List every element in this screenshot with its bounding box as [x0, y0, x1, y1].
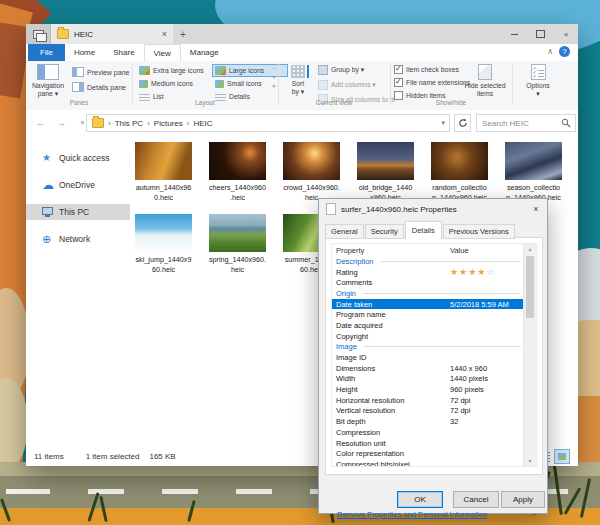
property-name: Resolution unit	[336, 439, 450, 448]
property-row[interactable]: Date acquired	[332, 320, 525, 331]
minimize-button[interactable]	[502, 24, 526, 44]
thumbnail-view-toggle-icon[interactable]	[554, 449, 570, 464]
breadcrumb-segment[interactable]: HEIC	[193, 119, 212, 128]
navigation-pane-button[interactable]: Navigation pane ▾	[30, 64, 66, 97]
layout-option[interactable]: Extra large icons	[136, 64, 212, 77]
search-input[interactable]	[477, 119, 561, 128]
property-row[interactable]: Height960 pixels	[332, 384, 525, 395]
property-row[interactable]: Compressed bits/pixel	[332, 459, 525, 466]
sidebar-item[interactable]: Quick access	[26, 150, 130, 166]
help-icon[interactable]: ?	[559, 46, 570, 57]
property-row[interactable]: Image	[332, 342, 525, 353]
collapse-ribbon-icon[interactable]: ∧	[547, 47, 553, 56]
ribbon-tab-label: Share	[113, 48, 134, 57]
show-hide-checkbox[interactable]: Item check boxes	[394, 65, 470, 74]
details-pane-button[interactable]: Details pane	[72, 82, 126, 92]
close-button[interactable]: ×	[554, 24, 578, 44]
property-row[interactable]: Dimensions1440 x 960	[332, 363, 525, 374]
property-name: Horizontal resolution	[336, 396, 450, 405]
scroll-down-icon[interactable]: ▾	[524, 456, 536, 466]
sort-by-button[interactable]: Sort by ▾	[282, 65, 314, 95]
preview-pane-button[interactable]: Preview pane	[72, 67, 129, 77]
layout-option[interactable]: Medium icons	[136, 77, 212, 90]
property-row[interactable]: Color representation	[332, 448, 525, 459]
dialog-close-icon[interactable]: ×	[525, 204, 547, 214]
address-dropdown-icon[interactable]: ▾	[441, 119, 445, 127]
ribbon-tab[interactable]: View	[144, 44, 181, 61]
property-list-scrollbar[interactable]: ▴ ▾	[523, 244, 536, 466]
dialog-button[interactable]: Cancel	[453, 491, 499, 508]
property-name: Date acquired	[336, 321, 450, 330]
explorer-tab[interactable]: HEIC ×	[51, 24, 173, 44]
file-item[interactable]: season_collection_1440x960.heic	[505, 142, 562, 200]
column-icon	[318, 80, 328, 90]
dialog-button[interactable]: Apply	[501, 491, 545, 508]
maximize-button[interactable]	[528, 24, 552, 44]
back-button[interactable]: ←	[34, 118, 47, 128]
sidebar-item-label: This PC	[59, 207, 89, 217]
hide-selected-items-icon	[478, 64, 492, 80]
property-row[interactable]: Comments	[332, 277, 525, 288]
property-row[interactable]: Resolution unit	[332, 438, 525, 449]
tab-close-icon[interactable]: ×	[162, 30, 167, 39]
sidebar-item[interactable]: This PC	[26, 204, 130, 220]
property-name: Bit depth	[336, 417, 450, 426]
property-name: Vertical resolution	[336, 406, 450, 415]
ribbon-tab[interactable]: File	[28, 44, 65, 61]
file-item[interactable]: old_bridge_1440x960.heic	[357, 142, 414, 200]
show-hide-checkbox[interactable]: File name extensions	[394, 78, 470, 87]
file-item[interactable]: crowd_1440x960.heic	[283, 142, 340, 200]
task-view-button[interactable]	[26, 24, 51, 44]
property-row[interactable]: Vertical resolution72 dpi	[332, 406, 525, 417]
property-row[interactable]: Image ID	[332, 352, 525, 363]
dialog-tab[interactable]: Security	[365, 224, 404, 239]
file-item[interactable]: random_collection_1440x960.heic	[431, 142, 488, 200]
ribbon-tab-label: Home	[74, 48, 95, 57]
file-item[interactable]: ski_jump_1440x960.heic	[135, 214, 192, 272]
file-thumbnail	[505, 142, 562, 180]
scroll-up-icon[interactable]: ▴	[524, 244, 536, 254]
file-item[interactable]: autumn_1440x960.heic	[135, 142, 192, 200]
file-name: autumn_1440x960.heic	[128, 183, 199, 202]
breadcrumb-segment[interactable]: This PC	[115, 119, 143, 128]
rating-stars-filled: ★★★★	[450, 267, 486, 277]
property-name: Compressed bits/pixel	[336, 460, 450, 466]
dialog-tab[interactable]: Details	[405, 221, 442, 240]
dialog-tab[interactable]: Previous Versions	[443, 224, 515, 239]
sidebar-item[interactable]: OneDrive	[26, 177, 130, 193]
sidebar-item-icon	[42, 206, 54, 218]
new-tab-button[interactable]: +	[173, 29, 193, 40]
ribbon-tab[interactable]: Manage	[181, 44, 228, 61]
options-button[interactable]: Options ▾	[516, 64, 560, 97]
dialog-button[interactable]: OK	[397, 491, 443, 508]
search-box[interactable]	[476, 114, 576, 132]
forward-button[interactable]: →	[55, 118, 68, 128]
property-row[interactable]: Bit depth32	[332, 416, 525, 427]
ribbon-tab[interactable]: Home	[65, 44, 104, 61]
remove-properties-link[interactable]: Remove Properties and Personal Informati…	[337, 510, 487, 519]
ribbon-tab[interactable]: Share	[104, 44, 143, 61]
property-row[interactable]: Width1440 pixels	[332, 374, 525, 385]
property-row[interactable]: Description	[332, 256, 525, 267]
breadcrumb-segment[interactable]: Pictures	[154, 119, 183, 128]
hide-selected-items-button[interactable]: Hide selected items	[462, 64, 508, 97]
scrollbar-thumb[interactable]	[526, 256, 534, 318]
property-row[interactable]: Program name	[332, 309, 525, 320]
property-row[interactable]: Compression	[332, 427, 525, 438]
property-row[interactable]: Copyright	[332, 331, 525, 342]
property-row[interactable]: Origin	[332, 288, 525, 299]
file-item[interactable]: cheers_1440x960.heic	[209, 142, 266, 200]
refresh-button[interactable]	[454, 114, 471, 132]
current-view-option[interactable]: Group by ▾	[318, 65, 395, 75]
property-row[interactable]: Rating★★★★☆	[332, 267, 525, 278]
file-item[interactable]: spring_1440x960.heic	[209, 214, 266, 272]
property-row[interactable]: Horizontal resolution72 dpi	[332, 395, 525, 406]
property-name: Height	[336, 385, 450, 394]
property-row[interactable]: Date taken5/2/2018 5:59 AM	[332, 299, 525, 310]
ribbon-group-label: Panes	[26, 99, 132, 106]
breadcrumb[interactable]: ›This PC›Pictures›HEIC ▾	[86, 114, 450, 132]
layout-scroll-arrows[interactable]: – ▾ ▾	[270, 65, 278, 89]
dialog-tab[interactable]: General	[325, 224, 364, 239]
sidebar-item[interactable]: Network	[26, 231, 130, 247]
current-view-option[interactable]: Add columns ▾	[318, 80, 395, 90]
